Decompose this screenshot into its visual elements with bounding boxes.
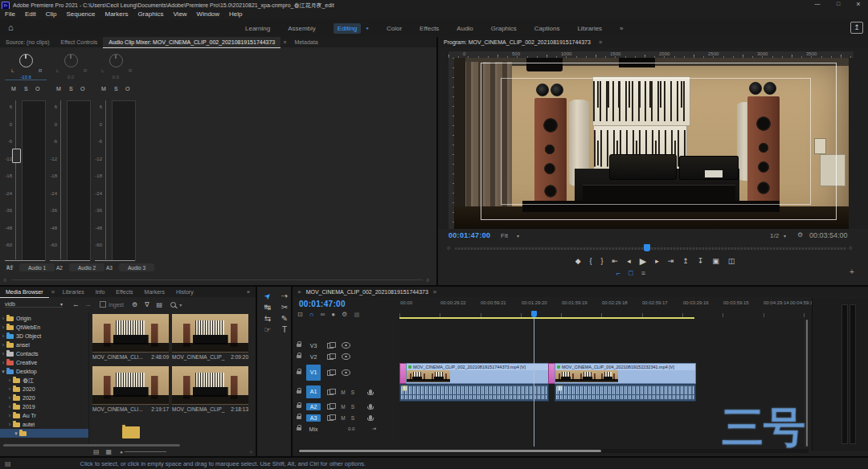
lift-button[interactable]: ↥ (682, 257, 689, 265)
tab-overflow[interactable]: » (241, 287, 256, 297)
workspace-tab-libraries[interactable]: Libraries (577, 25, 602, 32)
track-a1-name[interactable]: Audio 1 (19, 263, 55, 271)
tab-metadata[interactable]: Metadata (289, 37, 323, 47)
zoom-slider-track[interactable] (125, 451, 166, 452)
close-button[interactable]: × (850, 0, 867, 8)
media-item[interactable]: MOV_CINEMA_CLIP_2:18:13 (172, 366, 248, 416)
mute-track-button[interactable]: M (338, 404, 348, 410)
timeline-position-timecode[interactable]: 00:01:47:00 (299, 300, 346, 308)
mute-button[interactable]: M (101, 86, 106, 92)
video-clip-2[interactable]: MOV_CINEMA_CLIP_004_20210819152232341.mp… (555, 363, 696, 384)
tab-program-monitor[interactable]: Program: MOV_CINEMA_CLIP_002_20210819151… (438, 37, 596, 47)
scrollbar-left-knob[interactable]: ○ (3, 277, 6, 283)
export-frame-button[interactable]: ▣ (712, 257, 719, 265)
resolution-select[interactable]: 1/2 (770, 232, 779, 239)
solo-button[interactable]: S (114, 86, 118, 92)
solo-track-button[interactable]: S (348, 404, 358, 410)
step-back-button[interactable]: ◂ (627, 257, 631, 265)
scrubber-left-knob[interactable]: ○ (447, 245, 450, 251)
go-to-in-button[interactable]: ⇤ (612, 257, 619, 265)
keyframe-button[interactable]: O (35, 86, 39, 92)
mark-out-button[interactable]: } (601, 257, 604, 265)
menu-graphics[interactable]: Graphics (133, 9, 168, 19)
solo-track-button[interactable]: S (348, 415, 358, 421)
selection-tool[interactable]: ➤ (260, 288, 276, 304)
type-tool[interactable]: T (277, 325, 292, 334)
search-dropdown-icon[interactable]: ▾ (179, 302, 182, 308)
media-hscrollbar[interactable] (3, 444, 180, 447)
add-marker-button[interactable]: ◆ (575, 257, 581, 265)
track-target-v1[interactable]: V1 (306, 365, 321, 381)
tab-info[interactable]: Info (90, 287, 111, 297)
fader-track[interactable] (105, 100, 106, 259)
program-video-frame[interactable] (454, 58, 849, 229)
monitor-scrubber[interactable]: ○ ○ (448, 243, 854, 253)
mixer-scrollbar[interactable]: ○ ○ (3, 277, 432, 283)
track-lock-icon[interactable] (297, 405, 301, 408)
track-target-a1[interactable]: A1 (306, 385, 321, 398)
menu-markers[interactable]: Markers (100, 9, 133, 19)
play-button[interactable]: ▶ (640, 256, 646, 267)
track-lock-icon[interactable] (297, 427, 301, 430)
media-item[interactable]: MOV_CINEMA_CLIP_2:09:20 (172, 314, 248, 364)
keyframe-button[interactable]: O (80, 86, 84, 92)
monitor-left-ruler[interactable] (448, 58, 454, 229)
sequence-close-icon[interactable]: × (293, 288, 304, 296)
track-lock-icon[interactable] (297, 344, 301, 347)
media-settings-wrench-icon[interactable]: ⚙ (132, 301, 137, 308)
track-output-eye-icon[interactable] (342, 342, 350, 349)
button-editor-button[interactable]: + (850, 267, 854, 276)
scrubber-playhead[interactable] (644, 244, 650, 251)
track-a2-name[interactable]: Audio 2 (69, 263, 104, 271)
tab-history[interactable]: History (170, 287, 199, 297)
track-select-forward-tool[interactable]: ⇢ (277, 292, 292, 300)
thumbnail-view-icon[interactable]: ▦ (106, 448, 113, 455)
clip-thumbnail[interactable] (172, 314, 248, 353)
forward-icon[interactable]: → (84, 300, 92, 308)
voiceover-record-icon[interactable] (369, 389, 372, 394)
voiceover-record-icon[interactable] (369, 404, 372, 409)
slip-tool[interactable]: ⇆ (260, 314, 275, 323)
track-lock-icon[interactable] (297, 390, 301, 394)
pan-knob[interactable] (109, 54, 123, 67)
monitor-extra-button-2[interactable]: □ (628, 269, 633, 277)
tree-item-contacts[interactable]: ›Contacts (0, 349, 88, 358)
tree-item-2020b[interactable]: ›2020 (6, 394, 88, 402)
sync-lock-icon[interactable] (327, 404, 334, 410)
extract-button[interactable]: ↧ (698, 257, 704, 265)
playhead-head[interactable] (531, 311, 537, 317)
audio-clip-2[interactable] (555, 384, 696, 402)
track-target-a2[interactable]: A2 (306, 403, 321, 410)
hscrollbar-thumb[interactable] (299, 450, 601, 452)
filetype-filter-icon[interactable]: ▤ (157, 301, 163, 308)
workspace-tab-color[interactable]: Color (387, 25, 402, 32)
workspace-tab-effects[interactable]: Effects (420, 25, 439, 32)
track-target-v2[interactable]: V2 (306, 353, 321, 361)
tree-item-autei[interactable]: ›autei (6, 420, 88, 429)
settings-wrench-icon[interactable]: ⚙ (797, 231, 803, 239)
tab-libraries[interactable]: Libraries (57, 287, 90, 297)
path-dropdown[interactable]: vidb▾ (5, 301, 63, 308)
monitor-extra-button-1[interactable]: ⌐ (616, 269, 620, 277)
linked-selection-icon[interactable]: ∞ (320, 311, 325, 318)
sync-lock-icon[interactable] (327, 389, 334, 395)
work-area-bar[interactable] (399, 317, 694, 319)
search-icon[interactable] (170, 302, 176, 308)
timeline-hscrollbar[interactable] (297, 449, 809, 453)
monitor-top-ruler[interactable]: 0 500 1000 1500 2000 2500 3000 3500 (448, 51, 854, 58)
hand-tool[interactable]: ☞ (260, 325, 275, 334)
mute-track-button[interactable]: M (338, 415, 348, 421)
panel-menu-icon[interactable]: ≡ (283, 39, 286, 45)
tab-source-monitor[interactable]: Source: (no clips) (0, 37, 55, 47)
track-a3-name[interactable]: Audio 3 (119, 263, 154, 271)
comparison-view-button[interactable]: ◫ (728, 257, 735, 265)
back-icon[interactable]: ← (72, 300, 80, 308)
maximize-button[interactable]: □ (829, 1, 848, 6)
panel-menu-icon[interactable]: ≡ (599, 39, 602, 45)
pan-value[interactable]: 0.0 (50, 75, 92, 80)
add-marker-icon[interactable]: ● (331, 311, 335, 318)
track-lock-icon[interactable] (297, 416, 301, 419)
tab-effects[interactable]: Effects (110, 287, 138, 297)
solo-button[interactable]: S (69, 86, 73, 92)
panel-menu-icon[interactable]: ≡ (51, 289, 55, 295)
